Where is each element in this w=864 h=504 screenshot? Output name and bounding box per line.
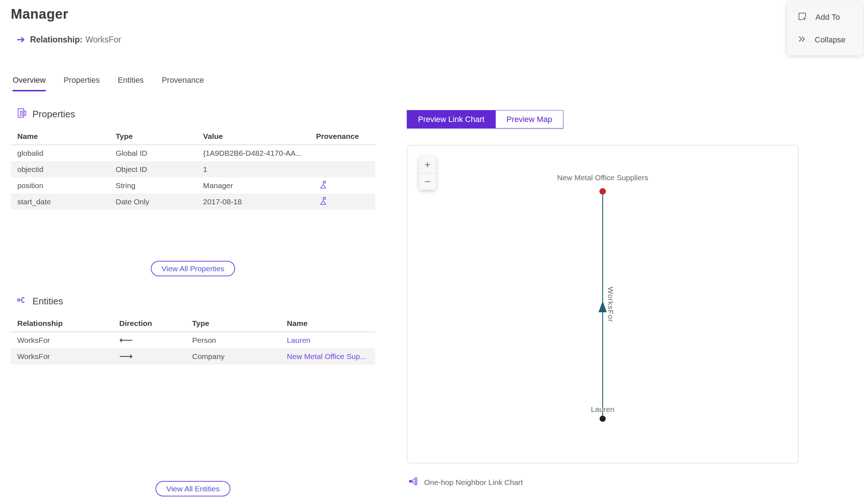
provenance-flag-icon[interactable] [319,199,329,207]
zoom-control: + − [419,156,436,190]
table-row: WorksFor ⟵ Person Lauren [11,332,375,349]
add-to-button[interactable]: Add To [787,11,863,24]
entity-type: Company [186,348,280,364]
tab-provenance[interactable]: Provenance [162,76,204,91]
person-node-dot[interactable] [600,416,606,422]
entity-type: Person [186,332,280,349]
direction-arrow-left-icon: ⟵ [113,332,185,349]
entity-name-link[interactable]: New Metal Office Sup... [280,348,375,364]
entities-icon [17,295,27,308]
col-value: Value [197,128,310,145]
col-provenance: Provenance [310,128,375,145]
view-all-properties-button[interactable]: View All Properties [151,261,235,276]
zoom-out-button[interactable]: − [419,173,436,190]
prop-name: start_date [11,194,109,210]
prop-type: Global ID [109,145,197,162]
entity-relationship: WorksFor [11,332,113,349]
relationship-detail-page: Manager ➔ Relationship: WorksFor Add To [0,0,864,504]
prop-value: {1A9DB2B6-D482-4170-AA... [197,145,310,162]
preview-panel: Preview Link Chart Preview Map + − New M… [407,110,798,488]
properties-heading-label: Properties [32,109,75,120]
company-node-dot[interactable] [599,188,606,195]
direction-arrow-right-icon: ⟶ [113,348,185,364]
prop-type: String [109,177,197,194]
relationship-subtitle: ➔ Relationship: WorksFor [17,35,121,45]
zoom-in-button[interactable]: + [419,156,436,173]
node-label-company: New Metal Office Suppliers [495,173,711,182]
table-row: position String Manager [11,177,375,194]
col-name: Name [11,128,109,145]
relationship-arrow-icon: ➔ [17,35,25,45]
prop-value: 1 [197,161,310,177]
panel-actions-card: Add To Collapse [787,1,863,55]
link-chart-canvas[interactable]: + − New Metal Office Suppliers WorksFor … [407,145,798,463]
link-chart-graph [407,145,798,463]
overview-left-column: Properties Name Type Value Provenance gl… [11,108,375,496]
tab-entities[interactable]: Entities [118,76,144,91]
col-type: Type [109,128,197,145]
prop-type: Date Only [109,194,197,210]
table-row: WorksFor ⟶ Company New Metal Office Sup.… [11,348,375,364]
preview-toggle: Preview Link Chart Preview Map [407,110,563,128]
relationship-value: WorksFor [85,35,121,45]
prop-provenance [310,145,375,162]
relationship-label: Relationship: [30,35,82,45]
collapse-chevrons-icon [797,34,807,46]
entity-name-link[interactable]: Lauren [280,332,375,349]
node-label-person: Lauren [495,405,711,414]
prop-provenance [310,194,375,210]
chart-footer: One-hop Neighbor Link Chart [408,476,798,488]
entity-relationship: WorksFor [11,348,113,364]
provenance-flag-icon[interactable] [319,183,329,191]
collapse-label: Collapse [815,35,846,45]
col-type: Type [186,315,280,332]
table-row: start_date Date Only 2017-08-18 [11,194,375,210]
detail-tabs: Overview Properties Entities Provenance [13,76,204,91]
add-to-icon [797,11,807,24]
prop-provenance [310,177,375,194]
add-to-label: Add To [815,13,840,22]
col-relationship: Relationship [11,315,113,332]
entities-heading-label: Entities [32,296,63,307]
properties-header-row: Name Type Value Provenance [11,128,375,145]
properties-section-heading: Properties [17,108,375,120]
page-title: Manager [11,6,68,22]
preview-link-chart-button[interactable]: Preview Link Chart [407,110,496,128]
chart-footer-label: One-hop Neighbor Link Chart [424,478,523,487]
entities-header-row: Relationship Direction Type Name [11,315,375,332]
tab-overview[interactable]: Overview [13,76,46,91]
entities-table: Relationship Direction Type Name WorksFo… [11,315,375,364]
one-hop-link-chart-icon [408,476,418,488]
table-row: globalid Global ID {1A9DB2B6-D482-4170-A… [11,145,375,162]
prop-value: Manager [197,177,310,194]
prop-provenance [310,161,375,177]
prop-name: position [11,177,109,194]
preview-map-button[interactable]: Preview Map [496,110,563,128]
properties-icon [17,108,27,121]
edge-label-worksfor: WorksFor [606,287,615,322]
view-all-entities-button[interactable]: View All Entities [156,481,230,496]
prop-name: objectid [11,161,109,177]
tab-properties[interactable]: Properties [64,76,100,91]
table-row: objectid Object ID 1 [11,161,375,177]
prop-name: globalid [11,145,109,162]
prop-value: 2017-08-18 [197,194,310,210]
prop-type: Object ID [109,161,197,177]
col-name: Name [280,315,375,332]
edge-arrowhead-icon [599,301,607,312]
collapse-button[interactable]: Collapse [787,34,863,46]
col-direction: Direction [113,315,185,332]
entities-section-heading: Entities [17,295,375,307]
properties-table: Name Type Value Provenance globalid Glob… [11,128,375,210]
